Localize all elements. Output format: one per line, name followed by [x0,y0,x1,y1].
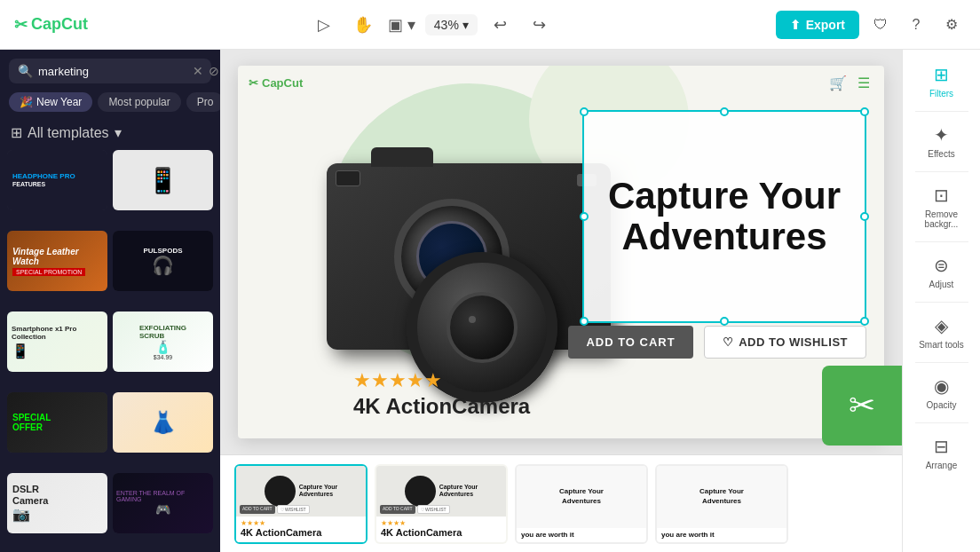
divider [915,362,968,363]
export-btn[interactable]: ⬆ Export [776,11,859,39]
film-thumbnail: Capture YourAdventures ADD TO CART ♡ WIS… [236,466,366,517]
smart-tools-btn[interactable]: ◈ Smart tools [910,308,974,357]
topbar-center: ▷ ✋ ▣ ▾ 43% ▾ ↩ ↪ [99,9,765,41]
divider [915,111,968,112]
canvas-buttons: ADD TO CART ♡ ADD TO WISHLIST [568,326,866,359]
effects-icon: ✦ [934,124,949,146]
zoom-value: 43% [434,18,459,32]
film-card[interactable]: Capture YourAdventures you are worth it [655,464,788,544]
divider [915,422,968,423]
handle-mr[interactable] [860,212,869,221]
main-area: 🔍 ✕ ⊘ ☰ 🎉 New Year Most popular Pro ⊞ Al… [0,50,980,552]
canvas-title: Capture Your Adventures [598,176,850,257]
canvas-stage[interactable]: ✂ CapCut 🛒 ☰ [238,66,884,438]
hand-tool-btn[interactable]: ✋ [347,9,379,41]
adjust-btn[interactable]: ⊜ Adjust [910,248,974,296]
film-thumbnail: Capture YourAdventures [517,466,646,528]
app-logo: ✂ CapCut [14,15,88,35]
search-bar[interactable]: 🔍 ✕ ⊘ ☰ [9,59,211,83]
template-card[interactable]: 👗 [113,392,213,453]
filter-chips: 🎉 New Year Most popular Pro [0,92,220,119]
template-card[interactable]: 📱 [113,150,213,210]
filters-btn[interactable]: ⊞ Filters [910,57,974,106]
film-info: you are worth it [657,528,786,542]
film-info: ★★★★ 4K ActionCamera [376,517,506,541]
smart-tools-icon: ◈ [935,315,948,336]
topbar: ✂ CapCut ▷ ✋ ▣ ▾ 43% ▾ ↩ ↪ ⬆ Export 🛡 ? … [0,0,980,50]
canvas-text-box[interactable]: Capture Your Adventures [582,110,866,323]
template-card[interactable]: DSLRCamera 📷 [7,473,107,533]
redo-btn[interactable]: ↪ [524,9,556,41]
shield-btn[interactable]: 🛡 [866,11,895,39]
all-templates-bar[interactable]: ⊞ All templates ▾ [0,119,220,146]
focus-dot [469,316,476,323]
zoom-dropdown-icon: ▾ [462,18,469,32]
handle-tr[interactable] [860,107,869,116]
opacity-icon: ◉ [934,375,949,397]
film-info: ★★★★ 4K ActionCamera [236,517,366,541]
divider [915,171,968,172]
template-card[interactable]: Vintage LeatherWatch SPECIAL PROMOTION [7,231,107,291]
undo-btn[interactable]: ↩ [485,9,517,41]
right-sidebar: ⊞ Filters ✦ Effects ⊡ Remove backgr... ⊜… [902,50,980,552]
adjust-icon: ⊜ [934,255,949,276]
canvas-logo: ✂ CapCut [249,76,303,90]
dropdown-icon: ▾ [115,124,122,141]
template-card[interactable]: SPECIALOFFER [7,392,107,453]
template-grid: HEADPHONE PRO FEATURES 📱 Vintage Leather… [0,146,220,552]
scissors-btn[interactable]: ✂ [822,366,902,446]
canvas-wrapper: ✂ CapCut 🛒 ☰ [220,50,902,454]
logo-icon: ✂ [249,76,258,90]
arrange-btn[interactable]: ⊟ Arrange [910,429,974,477]
effects-btn[interactable]: ✦ Effects [910,117,974,166]
template-card[interactable]: EXFOLIATINGSCRUB 🧴 $34.99 [113,311,213,372]
heart-icon: ♡ [723,335,734,349]
chip-most-popular[interactable]: Most popular [98,92,180,112]
canvas-area: ✂ CapCut 🛒 ☰ [220,50,902,552]
film-thumbnail: Capture YourAdventures ADD TO CART ♡ WIS… [376,466,506,517]
remove-bg-icon: ⊡ [934,185,949,206]
handle-tc[interactable] [720,107,729,116]
chip-icon: 🎉 [20,96,33,108]
divider [915,241,968,242]
canvas-subtitle: 4K ActionCamera [353,394,530,419]
film-info: you are worth it [517,528,646,542]
search-input[interactable] [38,65,187,78]
film-card[interactable]: Capture YourAdventures ADD TO CART ♡ WIS… [234,464,368,544]
template-card[interactable]: Smartphone x1 ProCollection 📱 [7,311,107,372]
filmstrip: Capture YourAdventures ADD TO CART ♡ WIS… [220,454,902,552]
search-icon: 🔍 [18,64,33,78]
help-btn[interactable]: ? [902,11,930,39]
arrange-icon: ⊟ [934,436,949,457]
search-filter-icon[interactable]: ⊘ [209,64,219,78]
handle-ml[interactable] [580,212,589,221]
handle-bc[interactable] [720,317,729,326]
chip-pro[interactable]: Pro [186,92,220,112]
select-tool-btn[interactable]: ▷ [308,9,340,41]
export-icon: ⬆ [790,18,801,32]
view-toggle-btn[interactable]: ▣ ▾ [386,9,418,41]
star-rating: ★★★★★ [353,369,442,392]
handle-tl[interactable] [580,107,589,116]
settings-btn[interactable]: ⚙ [937,11,966,39]
template-card[interactable]: HEADPHONE PRO FEATURES [7,150,107,210]
search-clear-icon[interactable]: ✕ [193,64,203,78]
film-card[interactable]: Capture YourAdventures ADD TO CART ♡ WIS… [375,464,508,544]
add-to-cart-btn[interactable]: ADD TO CART [568,326,692,359]
menu-icon: ☰ [858,75,870,91]
filters-icon: ⊞ [934,64,949,85]
opacity-btn[interactable]: ◉ Opacity [910,368,974,417]
add-to-wishlist-btn[interactable]: ♡ ADD TO WISHLIST [704,326,866,359]
handle-br[interactable] [860,317,869,326]
handle-bl[interactable] [580,317,589,326]
chip-new-year[interactable]: 🎉 New Year [9,92,92,112]
grid-icon: ⊞ [11,124,22,141]
template-card[interactable]: PULSPODS 🎧 [113,231,213,291]
template-card[interactable]: ENTER THE REALM OF GAMING 🎮 [113,473,213,533]
film-card[interactable]: Capture YourAdventures you are worth it [515,464,648,544]
remove-bg-btn[interactable]: ⊡ Remove backgr... [910,177,974,236]
zoom-control[interactable]: 43% ▾ [425,14,478,35]
canvas-nav-icons: 🛒 ☰ [829,75,870,91]
topbar-right: ⬆ Export 🛡 ? ⚙ [776,11,966,39]
divider [915,302,968,303]
